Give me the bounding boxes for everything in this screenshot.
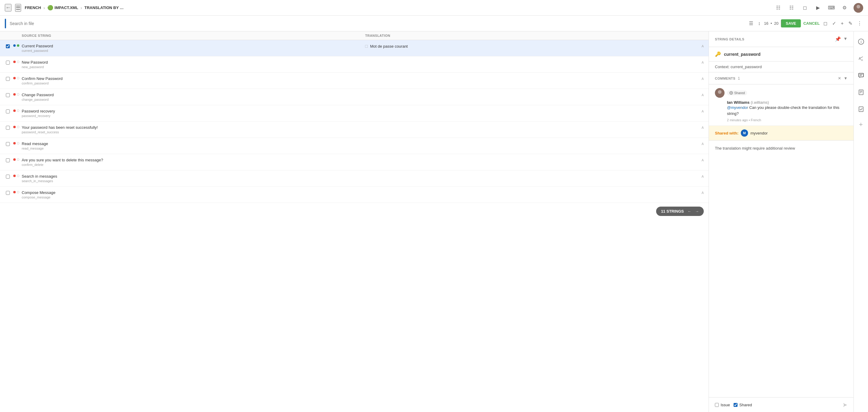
source-key-5: password_recovery: [22, 114, 361, 118]
shared-checkbox-label[interactable]: Shared: [734, 403, 752, 407]
auto-translate-icon-5[interactable]: A: [702, 110, 704, 113]
avatar[interactable]: [854, 3, 863, 13]
auto-translate-icon-10[interactable]: A: [702, 191, 704, 195]
grid-view-icon[interactable]: ☷: [787, 4, 796, 12]
vendor-avatar: M: [741, 129, 748, 137]
strings-count-label: 11 STRINGS: [661, 209, 684, 213]
auto-translate-icon-9[interactable]: A: [702, 175, 704, 178]
indicator-empty: [17, 126, 19, 128]
row-checkbox-7[interactable]: [5, 142, 11, 146]
back-button[interactable]: ←: [5, 4, 11, 11]
breadcrumb-file[interactable]: IMPACT.XML: [55, 5, 78, 10]
row-checkbox-8[interactable]: [5, 158, 11, 162]
glossary-icon[interactable]: [856, 87, 867, 98]
info-icon[interactable]: i: [856, 36, 867, 47]
menu-button[interactable]: ☰: [15, 4, 21, 12]
svg-point-1: [855, 8, 862, 13]
auto-translate-icon-8[interactable]: A: [702, 158, 704, 162]
list-view-icon[interactable]: ☷: [774, 4, 782, 12]
edit-icon[interactable]: ✎: [847, 19, 854, 27]
row-checkbox-3[interactable]: [5, 77, 11, 81]
more-icon[interactable]: ⋮: [856, 19, 863, 27]
file-check-icon[interactable]: [856, 104, 867, 115]
expand-icon[interactable]: ▼: [843, 36, 847, 42]
add-icon[interactable]: +: [840, 20, 845, 27]
auto-translate-icon-2[interactable]: A: [702, 61, 704, 64]
check-icon[interactable]: ✓: [831, 19, 837, 27]
issue-checkbox[interactable]: [715, 403, 719, 407]
row-checkbox-6[interactable]: [5, 126, 11, 130]
send-button[interactable]: ➤: [842, 401, 847, 408]
save-button[interactable]: SAVE: [781, 19, 801, 27]
indicator-empty: [17, 110, 19, 112]
comment-item: Shared Ian Williams (i.williams) @myvend…: [709, 84, 854, 126]
float-badge-container: 11 STRINGS ← →: [0, 203, 709, 219]
svg-text:i: i: [861, 40, 861, 44]
toolbar: ☰ ↕ 16 • 20 SAVE CANCEL ◻ ✓ + ✎ ⋮: [0, 16, 868, 31]
context-row: Context: current_password: [709, 61, 854, 72]
add-panel-button[interactable]: +: [859, 121, 863, 128]
cancel-button[interactable]: CANCEL: [803, 21, 819, 26]
auto-translate-icon-7[interactable]: A: [702, 142, 704, 146]
row-checkbox-2[interactable]: [5, 61, 11, 64]
breadcrumb-french[interactable]: FRENCH: [25, 5, 41, 10]
right-sidebar: i AA +: [854, 31, 868, 412]
svg-rect-12: [859, 73, 864, 77]
indicator-green: [17, 45, 19, 47]
split-view-icon[interactable]: ◻: [801, 4, 809, 12]
key-name: current_password: [724, 52, 761, 57]
table-row[interactable]: Read message read_message A: [0, 138, 709, 154]
table-row[interactable]: Current Password current_password □ Mot …: [0, 40, 709, 56]
source-key-2: new_password: [22, 65, 361, 69]
expand-comments-icon[interactable]: ▼: [844, 76, 847, 81]
shared-with-label: Shared with:: [715, 131, 738, 136]
row-checkbox-5[interactable]: [5, 110, 11, 113]
pin-icon[interactable]: 📌: [835, 36, 841, 42]
row-checkbox-1[interactable]: [5, 45, 11, 48]
table-row[interactable]: Change Password change_password A: [0, 89, 709, 105]
row-indicators-1: [13, 45, 19, 47]
toolbar-indicator: [5, 19, 6, 28]
table-row[interactable]: Search in messages search_in_messages A: [0, 170, 709, 187]
details-header: STRING DETAILS 📌 ▼: [709, 31, 854, 47]
breadcrumb-mode[interactable]: TRANSLATION BY …: [84, 5, 124, 10]
auto-translate-icon-1[interactable]: A: [702, 45, 704, 48]
row-checkbox-9[interactable]: [5, 175, 11, 179]
table-row[interactable]: Password recovery password_recovery A: [0, 105, 709, 122]
table-row[interactable]: Your password has been reset successfull…: [0, 122, 709, 138]
pin-comments-icon[interactable]: ✕: [838, 76, 841, 81]
strings-badge[interactable]: 11 STRINGS ← →: [656, 207, 704, 216]
auto-translate-icon-3[interactable]: A: [702, 77, 704, 81]
table-row[interactable]: Compose Message compose_message A: [0, 187, 709, 203]
comment-sidebar-icon[interactable]: [856, 70, 867, 81]
auto-translate-icon-4[interactable]: A: [702, 93, 704, 97]
string-count: 16 • 20: [764, 21, 778, 26]
shared-checkbox[interactable]: [734, 403, 738, 407]
sort-icon[interactable]: ↕: [757, 20, 762, 27]
copy-icon[interactable]: ◻: [822, 19, 829, 27]
shared-with-bar: Shared with: M myvendor: [709, 126, 854, 141]
indicator-empty: [17, 191, 19, 193]
search-input-wrap[interactable]: [10, 20, 745, 27]
terminal-icon[interactable]: ▶: [814, 4, 822, 12]
prev-arrow[interactable]: ←: [687, 209, 691, 213]
note-area: The translation might require additional…: [709, 141, 854, 397]
issue-checkbox-label[interactable]: Issue: [715, 403, 730, 407]
row-checkbox-4[interactable]: [5, 93, 11, 97]
comment-author: Ian Williams (i.williams): [715, 100, 847, 105]
vendor-name: myvendor: [750, 131, 768, 136]
table-row[interactable]: New Password new_password A: [0, 56, 709, 73]
next-arrow[interactable]: →: [695, 209, 699, 213]
table-row[interactable]: Confirm New Password confirm_password A: [0, 73, 709, 89]
comment-icon-1[interactable]: □: [365, 44, 368, 49]
translate-icon[interactable]: AA: [856, 53, 867, 64]
search-input[interactable]: [10, 20, 745, 27]
row-checkbox-10[interactable]: [5, 191, 11, 195]
note-text: The translation might require additional…: [715, 145, 847, 151]
table-row[interactable]: Are you sure you want to delete this mes…: [0, 154, 709, 170]
settings-icon[interactable]: ⚙: [840, 4, 849, 12]
keyboard-icon[interactable]: ⌨: [827, 4, 835, 12]
svg-text:A: A: [859, 57, 861, 60]
filter-icon[interactable]: ☰: [748, 19, 754, 27]
auto-translate-icon-6[interactable]: A: [702, 126, 704, 129]
